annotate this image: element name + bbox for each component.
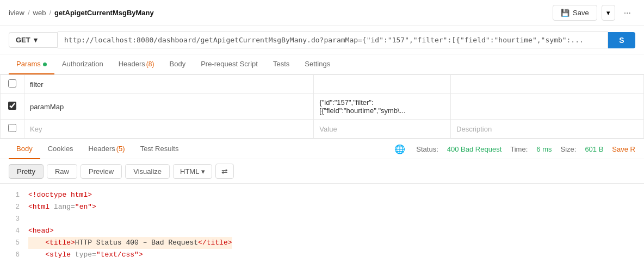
chevron-down-button[interactable]: ▾: [602, 5, 615, 21]
wrap-button[interactable]: ⇄: [215, 164, 234, 179]
code-line-1: 1 <!doctype html>: [9, 189, 635, 201]
code-content-6: <style type="text/css">: [28, 249, 143, 261]
tab-tests[interactable]: Tests: [265, 54, 297, 74]
more-options-button[interactable]: ···: [620, 5, 635, 21]
code-content-2: <html lang="en">: [28, 201, 96, 213]
response-tab-test-results[interactable]: Test Results: [133, 139, 187, 159]
param-row-empty: Key Value Description: [1, 120, 644, 139]
param-key-parammap[interactable]: paramMap: [24, 94, 314, 120]
save-response-button[interactable]: Save R: [612, 145, 635, 153]
param-value-filter[interactable]: [314, 75, 451, 94]
save-button[interactable]: 💾 Save: [553, 5, 597, 21]
tab-authorization[interactable]: Authorization: [54, 54, 111, 74]
size-value: 601 B: [585, 145, 603, 153]
tab-settings[interactable]: Settings: [297, 54, 338, 74]
top-actions: 💾 Save ▾ ···: [553, 5, 635, 21]
param-check-empty[interactable]: [1, 120, 24, 139]
method-chevron-icon: ▾: [34, 36, 38, 44]
response-toolbar: Pretty Raw Preview Visualize HTML ▾ ⇄: [0, 159, 644, 184]
save-icon: 💾: [561, 9, 569, 17]
code-line-2: 2 <html lang="en">: [9, 201, 635, 213]
param-desc-filter[interactable]: [451, 75, 644, 94]
param-desc-parammap[interactable]: [451, 94, 644, 120]
code-line-6: 6 <style type="text/css">: [9, 249, 635, 261]
params-table: filter paramMap {"id":"157","filter":[{"…: [0, 74, 644, 139]
param-key-filter[interactable]: filter: [24, 75, 314, 94]
checkbox-parammap[interactable]: [8, 102, 16, 110]
param-key-empty[interactable]: Key: [24, 120, 314, 139]
breadcrumb-part1[interactable]: iview: [9, 9, 24, 17]
method-label: GET: [16, 36, 30, 44]
code-line-3: 3: [9, 213, 635, 225]
code-content-1: <!doctype html>: [28, 189, 92, 201]
param-check-parammap[interactable]: [1, 94, 24, 120]
tab-params[interactable]: Params: [9, 54, 54, 74]
param-value-parammap[interactable]: {"id":"157","filter":[{"field":"hourtime…: [314, 94, 451, 120]
breadcrumb: iview / web / getApigetCurrentMsgByMany: [9, 9, 154, 17]
code-line-4: 4 <head>: [9, 225, 635, 237]
url-input[interactable]: [58, 32, 608, 48]
chevron-down-icon: ▾: [606, 9, 610, 17]
breadcrumb-sep2: /: [49, 9, 51, 17]
response-tab-cookies[interactable]: Cookies: [40, 139, 81, 159]
format-visualize-button[interactable]: Visualize: [125, 164, 170, 179]
response-tab-body[interactable]: Body: [9, 139, 40, 159]
type-selector[interactable]: HTML ▾: [173, 164, 212, 179]
tab-headers[interactable]: Headers(8): [111, 54, 162, 74]
type-label: HTML: [180, 167, 199, 176]
response-status: 🌐 Status: 400 Bad Request Time: 6 ms Siz…: [394, 144, 635, 154]
code-area: 1 <!doctype html> 2 <html lang="en"> 3 4…: [0, 184, 644, 266]
save-label: Save: [573, 9, 589, 17]
method-selector[interactable]: GET ▾: [9, 32, 58, 48]
breadcrumb-part2[interactable]: web: [33, 9, 46, 17]
tab-pre-request-script[interactable]: Pre-request Script: [193, 54, 265, 74]
params-dot: [43, 62, 47, 66]
type-chevron-icon: ▾: [201, 167, 205, 176]
status-value: 400 Bad Request: [447, 145, 501, 153]
code-content-5: <title>HTTP Status 400 – Bad Request</ti…: [28, 237, 232, 249]
param-row-filter: filter: [1, 75, 644, 94]
param-desc-empty[interactable]: Description: [451, 120, 644, 139]
param-value-empty[interactable]: Value: [314, 120, 451, 139]
time-value: 6 ms: [536, 145, 552, 153]
url-bar: GET ▾ S: [0, 26, 644, 54]
response-tabs: Body Cookies Headers(5) Test Results: [9, 139, 186, 159]
top-bar: iview / web / getApigetCurrentMsgByMany …: [0, 0, 644, 26]
response-section: Body Cookies Headers(5) Test Results 🌐 S…: [0, 139, 644, 266]
tab-body[interactable]: Body: [162, 54, 194, 74]
code-content-4: <head>: [28, 225, 54, 237]
globe-icon: 🌐: [394, 144, 405, 154]
wrap-icon: ⇄: [221, 167, 228, 176]
param-row-parammap: paramMap {"id":"157","filter":[{"field":…: [1, 94, 644, 120]
request-tabs-row: Params Authorization Headers(8) Body Pre…: [0, 54, 644, 74]
response-tab-headers[interactable]: Headers(5): [81, 139, 133, 159]
format-preview-button[interactable]: Preview: [81, 164, 122, 179]
checkbox-filter[interactable]: [8, 79, 16, 88]
breadcrumb-sep1: /: [28, 9, 30, 17]
checkbox-empty[interactable]: [8, 124, 16, 132]
code-line-5: 5 <title>HTTP Status 400 – Bad Request</…: [9, 237, 635, 249]
response-tabs-row: Body Cookies Headers(5) Test Results 🌐 S…: [0, 139, 644, 159]
format-pretty-button[interactable]: Pretty: [9, 164, 44, 179]
breadcrumb-current: getApigetCurrentMsgByMany: [54, 9, 154, 17]
param-check-filter[interactable]: [1, 75, 24, 94]
send-button[interactable]: S: [608, 32, 635, 48]
format-raw-button[interactable]: Raw: [47, 164, 77, 179]
